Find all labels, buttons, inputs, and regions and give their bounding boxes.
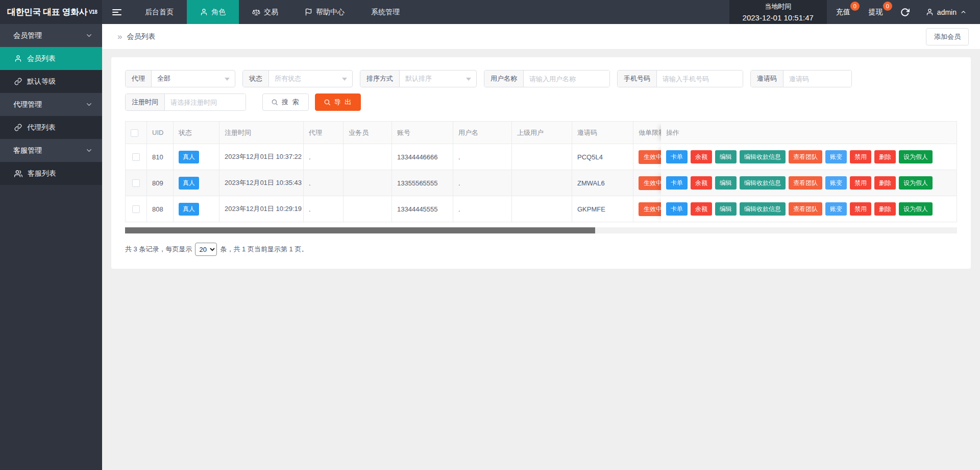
status-badge: 真人 xyxy=(179,151,199,163)
sort-select[interactable]: 默认排序 xyxy=(400,70,476,87)
withdraw-button[interactable]: 提现 0 xyxy=(860,0,892,24)
cell-agent: . xyxy=(304,196,344,222)
nav-item-help-center[interactable]: 帮助中心 xyxy=(291,0,358,24)
delete-button[interactable]: 删除 xyxy=(874,202,896,216)
nav-item-trade[interactable]: 交易 xyxy=(239,0,291,24)
account-change-button[interactable]: 账变 xyxy=(825,150,847,163)
delete-button[interactable]: 删除 xyxy=(874,150,896,163)
account-change-button[interactable]: 账变 xyxy=(825,202,847,216)
row-checkbox[interactable] xyxy=(132,179,140,187)
balance-button[interactable]: 余额 xyxy=(691,176,712,190)
balance-button[interactable]: 余额 xyxy=(691,202,712,216)
cell-invite-code: PCQ5L4 xyxy=(572,144,633,170)
chevron-down-icon xyxy=(466,78,471,81)
col-status: 状态 xyxy=(174,122,219,144)
refresh-button[interactable] xyxy=(892,0,918,24)
breadcrumb-bar: » 会员列表 添加会员 xyxy=(102,24,980,50)
disable-button[interactable]: 禁用 xyxy=(850,176,871,190)
filter-phone: 手机号码 xyxy=(617,70,743,87)
nav-item-system[interactable]: 系统管理 xyxy=(358,0,413,24)
member-table-wrap: UID 状态 注册时间 代理 业务员 账号 用户名 上级用户 邀请码 做单限制 … xyxy=(125,121,957,222)
edit-button[interactable]: 编辑 xyxy=(715,150,737,163)
sidebar-group-label: 会员管理 xyxy=(13,31,42,40)
nav-item-roles[interactable]: 角色 xyxy=(187,0,239,24)
disable-button[interactable]: 禁用 xyxy=(850,150,871,163)
sidebar-group-service-management[interactable]: 客服管理 xyxy=(0,139,102,162)
sidebar-item-member-list[interactable]: 会员列表 xyxy=(0,47,102,70)
set-fake-button[interactable]: 设为假人 xyxy=(899,176,933,190)
search-button[interactable]: 搜 索 xyxy=(262,93,309,111)
balance-button[interactable]: 余额 xyxy=(691,150,712,163)
row-checkbox[interactable] xyxy=(132,205,140,213)
status-select-placeholder: 所有状态 xyxy=(275,74,301,83)
sidebar-group-member-management[interactable]: 会员管理 xyxy=(0,24,102,47)
horizontal-scrollbar-thumb[interactable] xyxy=(125,227,595,233)
regtime-input[interactable] xyxy=(165,94,246,110)
sidebar-item-label: 客服列表 xyxy=(28,169,56,178)
filter-status: 状态 所有状态 xyxy=(242,70,353,87)
edit-button[interactable]: 编辑 xyxy=(715,176,737,190)
set-fake-button[interactable]: 设为假人 xyxy=(899,150,933,163)
nav-item-label: 角色 xyxy=(211,8,226,17)
nav-item-dashboard[interactable]: 后台首页 xyxy=(132,0,187,24)
table-row: 809 真人 2023年12月01日 10:35:43 . 1335556555… xyxy=(126,170,957,196)
edit-payment-button[interactable]: 编辑收款信息 xyxy=(740,150,786,163)
filter-regtime-label: 注册时间 xyxy=(126,94,165,110)
phone-input[interactable] xyxy=(657,70,743,87)
edit-payment-button[interactable]: 编辑收款信息 xyxy=(740,176,786,190)
chevron-down-icon xyxy=(85,101,93,108)
row-checkbox[interactable] xyxy=(132,153,140,161)
status-select[interactable]: 所有状态 xyxy=(269,70,352,87)
table-header-row: UID 状态 注册时间 代理 业务员 账号 用户名 上级用户 邀请码 做单限制 … xyxy=(126,122,957,144)
edit-payment-button[interactable]: 编辑收款信息 xyxy=(740,202,786,216)
cell-username: . xyxy=(453,170,512,196)
delete-button[interactable]: 删除 xyxy=(874,176,896,190)
sidebar-item-default-level[interactable]: 默认等级 xyxy=(0,70,102,93)
main-content: » 会员列表 添加会员 代理 全部 状态 所有状态 排序方式 xyxy=(102,24,980,470)
cell-salesman xyxy=(344,144,392,170)
sidebar-group-agent-management[interactable]: 代理管理 xyxy=(0,93,102,116)
export-button[interactable]: 导 出 xyxy=(315,93,361,111)
withdraw-label: 提现 xyxy=(869,8,883,17)
per-page-select[interactable]: 20 xyxy=(195,243,217,256)
cell-parent xyxy=(512,170,572,196)
table-row: 810 真人 2023年12月01日 10:37:22 . 1334444666… xyxy=(126,144,957,170)
set-fake-button[interactable]: 设为假人 xyxy=(899,202,933,216)
chevron-down-icon xyxy=(85,147,93,154)
add-member-button[interactable]: 添加会员 xyxy=(926,28,969,45)
breadcrumb: 会员列表 xyxy=(127,32,155,41)
admin-user-icon xyxy=(926,8,934,16)
filter-regtime: 注册时间 xyxy=(125,93,246,111)
menu-fold-icon[interactable] xyxy=(102,0,132,24)
card-order-button[interactable]: 卡单 xyxy=(666,150,688,163)
link-icon xyxy=(14,124,22,131)
top-nav: 后台首页 角色 交易 帮助中心 系统管理 xyxy=(132,0,413,24)
row-actions: 卡单 余额 编辑 编辑收款信息 查看团队 账变 禁用 删除 设为假人 xyxy=(666,150,951,163)
view-team-button[interactable]: 查看团队 xyxy=(789,150,822,163)
sidebar-item-agent-list[interactable]: 代理列表 xyxy=(0,116,102,139)
cell-parent xyxy=(512,144,572,170)
select-all-checkbox[interactable] xyxy=(131,129,138,137)
users-icon xyxy=(14,170,22,178)
filter-sort: 排序方式 默认排序 xyxy=(360,70,477,87)
filter-agent: 代理 全部 xyxy=(125,70,235,87)
sidebar-item-service-list[interactable]: 客服列表 xyxy=(0,162,102,185)
cell-agent: . xyxy=(304,144,344,170)
account-change-button[interactable]: 账变 xyxy=(825,176,847,190)
chevron-up-icon xyxy=(960,9,967,15)
filter-invite: 邀请码 xyxy=(750,70,852,87)
card-order-button[interactable]: 卡单 xyxy=(666,202,688,216)
username-input[interactable] xyxy=(524,70,609,87)
pagination-suffix: 条，共 1 页当前显示第 1 页。 xyxy=(220,245,308,254)
view-team-button[interactable]: 查看团队 xyxy=(789,202,822,216)
edit-button[interactable]: 编辑 xyxy=(715,202,737,216)
disable-button[interactable]: 禁用 xyxy=(850,202,871,216)
view-team-button[interactable]: 查看团队 xyxy=(789,176,822,190)
card-order-button[interactable]: 卡单 xyxy=(666,176,688,190)
user-menu[interactable]: admin xyxy=(918,0,980,24)
invite-code-input[interactable] xyxy=(783,70,851,87)
agent-select[interactable]: 全部 xyxy=(152,70,235,87)
recharge-button[interactable]: 充值 0 xyxy=(827,0,860,24)
sidebar-group-label: 客服管理 xyxy=(13,146,42,155)
col-regtime: 注册时间 xyxy=(219,122,304,144)
